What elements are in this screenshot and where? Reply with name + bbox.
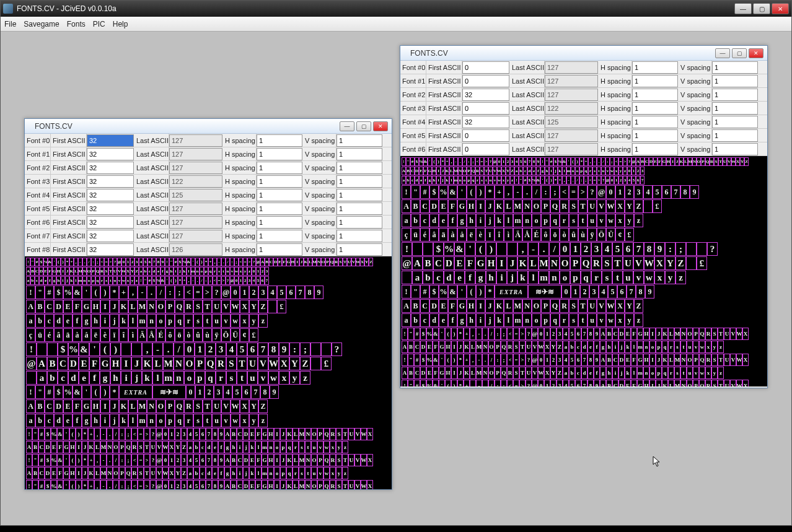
glyph-cell[interactable]: I	[649, 328, 656, 340]
glyph-cell[interactable]: o	[200, 267, 204, 276]
glyph-cell[interactable]: :	[204, 276, 208, 285]
glyph-cell[interactable]: *	[579, 157, 584, 166]
glyph-cell[interactable]: /	[532, 185, 541, 199]
glyph-cell[interactable]: Å	[147, 328, 156, 342]
glyph-cell[interactable]: %	[51, 428, 57, 440]
glyph-cell[interactable]: e	[63, 414, 73, 427]
glyph-cell[interactable]: ë	[91, 328, 100, 342]
glyph-cell[interactable]: B	[408, 341, 414, 353]
glyph-cell[interactable]: T	[203, 300, 212, 313]
glyph-cell[interactable]: y	[249, 314, 258, 328]
glyph-cell[interactable]: s	[104, 276, 108, 285]
glyph-cell[interactable]: G	[262, 454, 268, 466]
glyph-cell[interactable]: A	[26, 300, 35, 313]
glyph-cell[interactable]: $	[420, 354, 426, 366]
iw-b-minimize[interactable]: —	[715, 48, 730, 58]
glyph-cell[interactable]: 7	[640, 176, 645, 185]
glyph-cell[interactable]: T	[144, 441, 150, 453]
glyph-cell[interactable]: 6	[200, 428, 206, 440]
glyph-cell[interactable]: 5	[193, 428, 200, 440]
glyph-cell[interactable]	[686, 242, 697, 256]
glyph-cell[interactable]: r	[293, 467, 299, 479]
glyph-cell[interactable]: y	[625, 313, 634, 327]
glyph-cell[interactable]: 0	[561, 285, 571, 299]
glyph-cell[interactable]: #	[523, 176, 527, 185]
glyph-cell[interactable]: M	[138, 399, 147, 413]
glyph-cell[interactable]: M	[513, 299, 522, 313]
glyph-cell[interactable]: d	[581, 341, 587, 353]
glyph-cell[interactable]: #	[549, 157, 553, 166]
glyph-cell[interactable]: l	[152, 371, 163, 385]
glyph-cell[interactable]: 2	[581, 242, 591, 256]
glyph-cell[interactable]: E	[63, 399, 73, 413]
glyph-cell[interactable]: B	[411, 299, 420, 313]
glyph-cell[interactable]: 3	[591, 242, 602, 256]
glyph-cell[interactable]: M	[100, 467, 107, 479]
glyph-cell[interactable]: 9	[594, 380, 600, 386]
glyph-cell[interactable]: w	[323, 441, 330, 453]
glyph-cell[interactable]: #	[420, 285, 429, 299]
glyph-cell[interactable]: M	[674, 354, 680, 366]
glyph-cell[interactable]: p	[280, 441, 286, 453]
glyph-cell[interactable]: ô	[541, 228, 550, 242]
glyph-cell[interactable]: a	[412, 271, 423, 284]
glyph-cell[interactable]: s	[193, 414, 203, 427]
glyph-cell[interactable]: N	[522, 199, 532, 213]
glyph-cell[interactable]: A	[402, 199, 411, 213]
glyph-cell[interactable]: 8	[305, 286, 314, 299]
glyph-cell[interactable]: &	[187, 258, 191, 266]
glyph-cell[interactable]: E	[63, 300, 73, 313]
glyph-cell[interactable]: f	[48, 276, 52, 285]
glyph-cell[interactable]: %	[68, 342, 79, 356]
glyph-cell[interactable]: J	[110, 399, 119, 413]
glyph-cell[interactable]: i	[476, 214, 485, 227]
glyph-cell[interactable]: a	[563, 341, 569, 353]
glyph-cell[interactable]: *	[485, 285, 495, 299]
glyph-cell[interactable]: ;	[300, 342, 310, 356]
glyph-cell[interactable]: W	[606, 199, 615, 213]
glyph-cell[interactable]: o	[649, 367, 656, 379]
glyph-cell[interactable]: 0	[538, 380, 544, 386]
glyph-cell[interactable]: 5	[519, 157, 523, 166]
glyph-cell[interactable]: "	[519, 176, 523, 185]
glyph-cell[interactable]: ;	[610, 157, 614, 166]
glyph-cell[interactable]: 0	[186, 385, 195, 399]
glyph-cell[interactable]: D	[243, 428, 249, 440]
glyph-cell[interactable]: >	[203, 286, 212, 299]
glyph-cell[interactable]: U	[150, 467, 156, 479]
glyph-cell[interactable]: :	[665, 242, 675, 256]
glyph-cell[interactable]: N	[305, 428, 311, 440]
glyph-cell[interactable]: -	[138, 286, 147, 299]
glyph-cell[interactable]: a	[563, 367, 569, 379]
glyph-cell[interactable]: V	[117, 267, 121, 276]
glyph-cell[interactable]: l	[528, 271, 539, 284]
glyph-cell[interactable]: W	[538, 367, 544, 379]
glyph-cell[interactable]: !	[402, 285, 411, 299]
glyph-cell[interactable]: 1	[126, 258, 130, 266]
glyph-cell[interactable]: q	[471, 176, 475, 185]
glyph-cell[interactable]: 2	[506, 157, 510, 166]
first-ascii-input[interactable]	[462, 61, 509, 74]
glyph-cell[interactable]: X	[736, 157, 740, 166]
glyph-cell[interactable]: +	[445, 157, 449, 166]
glyph-cell[interactable]: ?	[526, 380, 532, 386]
glyph-cell[interactable]: 3	[181, 480, 187, 489]
glyph-cell[interactable]: O	[462, 167, 467, 175]
glyph-cell[interactable]: 3	[557, 380, 563, 386]
glyph-cell[interactable]: 2	[175, 454, 181, 466]
glyph-cell[interactable]: A	[600, 354, 606, 366]
glyph-cell[interactable]: W	[736, 328, 742, 340]
glyph-cell[interactable]: y	[243, 267, 247, 276]
glyph-cell[interactable]: %	[426, 354, 433, 366]
glyph-cell[interactable]: /	[226, 258, 230, 266]
glyph-cell[interactable]: 1	[169, 454, 175, 466]
v-spacing-input[interactable]	[712, 75, 758, 87]
glyph-cell[interactable]: (	[571, 157, 575, 166]
glyph-cell[interactable]: )	[451, 380, 457, 386]
glyph-cell[interactable]: #	[410, 157, 415, 166]
glyph-cell[interactable]: "	[32, 428, 38, 440]
glyph-cell[interactable]: 0	[538, 328, 544, 340]
glyph-cell[interactable]: Y	[175, 467, 181, 479]
glyph-cell[interactable]: K	[464, 367, 470, 379]
glyph-cell[interactable]: -	[513, 185, 522, 199]
